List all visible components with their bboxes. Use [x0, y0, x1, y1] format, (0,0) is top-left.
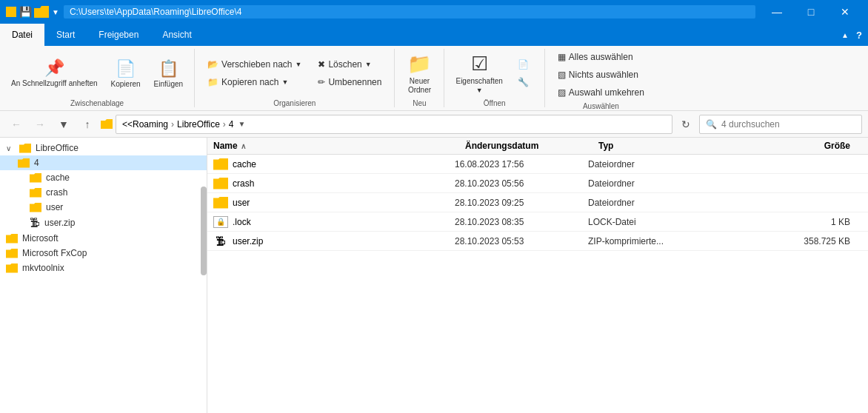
- oeffnen-col: 📄 🔧: [511, 56, 538, 90]
- sidebar-item-microsoft[interactable]: Microsoft: [0, 231, 207, 246]
- col-name-label: Name: [213, 141, 238, 151]
- search-input[interactable]: [721, 119, 855, 130]
- kopieren-nach-label: Kopieren nach: [221, 77, 278, 87]
- file-name-zip: user.zip: [233, 236, 455, 246]
- file-date-lock: 28.10.2023 08:35: [455, 217, 588, 227]
- nichts-auswaehlen-button[interactable]: ▧ Nichts auswählen: [551, 67, 651, 83]
- sidebar-label-user: user: [46, 202, 63, 212]
- umkehren-button[interactable]: ▨ Auswahl umkehren: [551, 84, 651, 101]
- file-name-lock: .lock: [233, 217, 455, 227]
- loeschen-button[interactable]: ✖ Löschen ▼: [311, 56, 388, 73]
- tab-datei[interactable]: Datei: [0, 24, 44, 46]
- einfuegen-icon: 📋: [158, 59, 178, 78]
- sidebar-label-mkvtoolnix: mkvtoolnix: [22, 263, 64, 273]
- col-header-type[interactable]: Typ: [598, 141, 732, 151]
- down-arrow-button[interactable]: ▼: [53, 114, 74, 135]
- table-row[interactable]: 🗜 user.zip 28.10.2023 05:53 ZIP-komprimi…: [207, 232, 868, 251]
- help-button[interactable]: ?: [850, 24, 868, 46]
- auswaehlen-buttons: ▦ Alles auswählen ▧ Nichts auswählen ▨ A…: [551, 49, 651, 101]
- sidebar-item-mkvtoolnix[interactable]: mkvtoolnix: [0, 261, 207, 275]
- umbenennen-label: Umbenennen: [328, 77, 381, 87]
- maximize-button[interactable]: □: [794, 0, 828, 24]
- file-date-zip: 28.10.2023 05:53: [455, 236, 588, 246]
- neuer-ordner-button[interactable]: 📁 NeuerOrdner: [401, 51, 438, 95]
- open-btn1[interactable]: 📄: [511, 56, 538, 73]
- sidebar-item-4[interactable]: 4: [0, 155, 207, 170]
- oeffnen-label: Öffnen: [484, 98, 506, 107]
- titlebar-path: C:\Users\te\AppData\Roaming\LibreOffice\…: [64, 5, 755, 19]
- titlebar-controls: — □ ✕: [760, 0, 862, 24]
- address-breadcrumb[interactable]: << Roaming › LibreOffice › 4 ▼: [116, 115, 672, 134]
- alles-icon: ▦: [558, 52, 566, 62]
- sidebar-item-fxcop[interactable]: Microsoft FxCop: [0, 246, 207, 261]
- file-icon-user: [213, 197, 228, 209]
- folder-titlebar-icon: [34, 6, 49, 18]
- col-header-date[interactable]: Änderungsdatum: [465, 141, 598, 151]
- sidebar-label-fxcop: Microsoft FxCop: [22, 248, 87, 258]
- group-neu: 📁 NeuerOrdner Neu: [395, 49, 444, 107]
- alles-auswaehlen-button[interactable]: ▦ Alles auswählen: [551, 49, 651, 65]
- sidebar-item-userzip[interactable]: 🗜 user.zip: [0, 215, 207, 231]
- file-date-user: 28.10.2023 09:25: [455, 198, 588, 208]
- zwischenablage-buttons: 📌 An Schnellzugriff anheften 📄 Kopieren …: [6, 49, 188, 98]
- folder-icon-libreoffice: [19, 144, 31, 153]
- loeschen-arrow: ▼: [365, 61, 372, 68]
- table-row[interactable]: crash 28.10.2023 05:56 Dateiordner: [207, 174, 868, 193]
- eigenschaften-label: Eigenschaften: [455, 77, 502, 85]
- sidebar-item-cache[interactable]: cache: [0, 170, 207, 185]
- table-row[interactable]: user 28.10.2023 09:25 Dateiordner: [207, 193, 868, 212]
- back-button[interactable]: ←: [6, 114, 27, 135]
- open-icon1: 📄: [518, 59, 529, 70]
- file-name-crash: crash: [233, 178, 455, 189]
- scrollbar-thumb[interactable]: [201, 187, 207, 275]
- eigenschaften-button[interactable]: ☑ Eigenschaften ▼: [450, 51, 507, 95]
- auswaehlen-col: ▦ Alles auswählen ▧ Nichts auswählen ▨ A…: [551, 49, 651, 101]
- col-header-size[interactable]: Größe: [732, 141, 862, 151]
- breadcrumb-sep1: ›: [171, 119, 174, 130]
- close-button[interactable]: ✕: [828, 0, 862, 24]
- expand-arrow-libreoffice: ∨: [6, 144, 15, 152]
- organisieren-buttons: 📂 Verschieben nach ▼ 📁 Kopieren nach ▼ ✖…: [201, 49, 388, 98]
- sidebar-item-crash[interactable]: crash: [0, 185, 207, 200]
- tab-ansicht[interactable]: Ansicht: [150, 24, 203, 46]
- sidebar-item-libreoffice[interactable]: ∨ LibreOffice: [0, 141, 207, 155]
- save-icon: 💾: [19, 6, 31, 18]
- umbenennen-icon: ✏: [318, 77, 325, 87]
- col-size-label: Größe: [824, 141, 850, 151]
- dropdown-arrow-icon: ▼: [52, 8, 59, 16]
- sidebar-label-libreoffice: LibreOffice: [36, 143, 79, 153]
- sidebar-item-user[interactable]: user: [0, 200, 207, 215]
- file-size-lock: 1 KB: [721, 217, 862, 227]
- open-btn2[interactable]: 🔧: [511, 74, 538, 90]
- breadcrumb-roaming[interactable]: Roaming: [133, 119, 168, 130]
- verschieben-button[interactable]: 📂 Verschieben nach ▼: [201, 56, 308, 73]
- folder-icon-cache: [30, 173, 41, 183]
- file-type-cache: Dateiordner: [588, 159, 721, 169]
- forward-button[interactable]: →: [30, 114, 50, 135]
- kopieren-nach-icon: 📁: [207, 77, 218, 87]
- file-icon-crash: [213, 178, 228, 189]
- sidebar-label-crash: crash: [46, 187, 67, 198]
- nichts-icon: ▧: [558, 70, 566, 80]
- nichts-label: Nichts auswählen: [569, 70, 638, 80]
- pin-button[interactable]: 📌 An Schnellzugriff anheften: [6, 51, 103, 95]
- kopieren-button[interactable]: 📄 Kopieren: [106, 51, 146, 95]
- group-zwischenablage: 📌 An Schnellzugriff anheften 📄 Kopieren …: [0, 49, 195, 107]
- minimize-button[interactable]: —: [760, 0, 794, 24]
- tab-start[interactable]: Start: [44, 24, 87, 46]
- kopieren-nach-button[interactable]: 📁 Kopieren nach ▼: [201, 74, 308, 90]
- umbenennen-button[interactable]: ✏ Umbenennen: [311, 74, 388, 90]
- sidebar-label-cache: cache: [46, 172, 70, 183]
- refresh-button[interactable]: ↻: [675, 114, 696, 135]
- up-button[interactable]: ↑: [77, 114, 98, 135]
- breadcrumb-libreoffice[interactable]: LibreOffice: [177, 119, 220, 130]
- table-row[interactable]: cache 16.08.2023 17:56 Dateiordner: [207, 155, 868, 174]
- table-row[interactable]: 🔒 .lock 28.10.2023 08:35 LOCK-Datei 1 KB: [207, 212, 868, 232]
- col-header-name[interactable]: Name ∧: [213, 141, 465, 151]
- org-col1: 📂 Verschieben nach ▼ 📁 Kopieren nach ▼: [201, 56, 308, 90]
- breadcrumb-4[interactable]: 4: [229, 119, 234, 130]
- eigenschaften-arrow: ▼: [476, 87, 483, 94]
- tab-freigeben[interactable]: Freigeben: [87, 24, 150, 46]
- org-col2: ✖ Löschen ▼ ✏ Umbenennen: [311, 56, 388, 90]
- einfuegen-button[interactable]: 📋 Einfügen: [149, 51, 188, 95]
